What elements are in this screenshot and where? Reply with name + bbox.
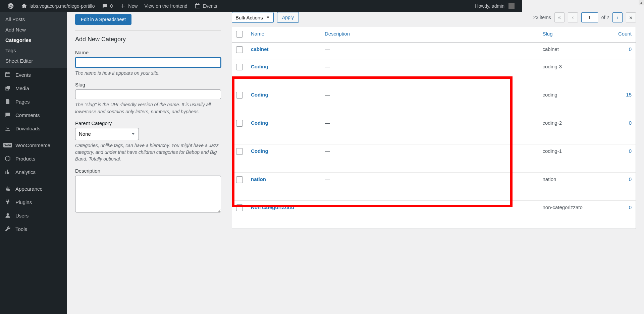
category-description: —	[325, 120, 330, 126]
category-name-link[interactable]: Coding	[251, 64, 268, 69]
pages-icon	[4, 98, 11, 105]
column-name[interactable]: Name	[247, 27, 321, 43]
row-checkbox[interactable]	[236, 46, 243, 53]
parent-category-select[interactable]: None	[75, 128, 139, 140]
posts-submenu-item[interactable]: All Posts	[0, 14, 67, 24]
analytics-icon	[4, 168, 11, 176]
name-input[interactable]	[75, 57, 221, 68]
category-name-link[interactable]: cabinet	[251, 46, 269, 52]
name-label: Name	[75, 50, 221, 55]
menu-analytics[interactable]: Analytics	[0, 165, 67, 179]
wp-logo-menu[interactable]	[4, 0, 17, 12]
plugins-icon	[4, 198, 11, 206]
table-row: nation—nation0	[232, 173, 522, 201]
category-description: —	[325, 46, 330, 52]
slug-input[interactable]	[75, 89, 221, 99]
site-home-link[interactable]: labs.vegacorp.me/diego-portillo	[17, 0, 98, 12]
row-checkbox[interactable]	[236, 176, 243, 183]
menu-woocommerce[interactable]: WooWooCommerce	[0, 138, 67, 152]
admin-sidebar: All PostsAdd NewCategoriesTagsSheet Edit…	[0, 12, 67, 254]
category-description: —	[325, 176, 330, 182]
frontend-label: View on the frontend	[144, 3, 187, 9]
page-body: Edit in a Spreadsheet Add New Category N…	[67, 12, 522, 254]
name-help: The name is how it appears on your site.	[75, 70, 221, 76]
posts-submenu-item[interactable]: Add New	[0, 24, 67, 35]
slug-help: The "slug" is the URL-friendly version o…	[75, 101, 221, 115]
category-description: —	[325, 92, 330, 98]
menu-plugins[interactable]: Plugins	[0, 195, 67, 209]
posts-submenu-item[interactable]: Sheet Editor	[0, 56, 67, 66]
table-row: cabinet—cabinet0	[232, 43, 522, 60]
parent-help: Categories, unlike tags, can have a hier…	[75, 142, 221, 163]
table-row: Coding—coding-20	[232, 116, 522, 144]
category-list-column: Bulk Actions Apply 23 items « ‹ of 2 › »	[232, 12, 522, 229]
products-icon	[4, 155, 11, 162]
category-name-link[interactable]: nation	[251, 176, 266, 182]
table-row: Coding—coding-10	[232, 144, 522, 173]
table-row: Non categorizzato—non-categorizzato0	[232, 201, 522, 229]
users-icon	[4, 212, 11, 219]
select-all-checkbox[interactable]	[236, 31, 243, 38]
category-description: —	[325, 148, 330, 154]
category-name-link[interactable]: Coding	[251, 120, 268, 126]
posts-submenu: All PostsAdd NewCategoriesTagsSheet Edit…	[0, 12, 67, 68]
column-description[interactable]: Description	[321, 27, 522, 43]
woocommerce-icon: Woo	[4, 141, 11, 149]
row-checkbox[interactable]	[236, 148, 243, 155]
comment-icon	[102, 3, 108, 9]
description-label: Description	[75, 168, 221, 174]
new-label: New	[128, 3, 138, 9]
avatar-icon	[508, 3, 515, 9]
view-frontend-link[interactable]: View on the frontend	[141, 0, 191, 12]
parent-category-label: Parent Category	[75, 120, 221, 126]
site-name: labs.vegacorp.me/diego-portillo	[30, 3, 95, 9]
category-name-link[interactable]: Non categorizzato	[251, 204, 294, 210]
downloads-icon	[4, 125, 11, 132]
comments-icon	[4, 111, 11, 119]
menu-media[interactable]: Media	[0, 81, 67, 95]
appearance-icon	[4, 185, 11, 192]
menu-appearance[interactable]: Appearance	[0, 182, 67, 195]
slug-label: Slug	[75, 82, 221, 87]
table-row: Coding—coding15	[232, 88, 522, 116]
category-name-link[interactable]: Coding	[251, 92, 268, 98]
row-checkbox[interactable]	[236, 92, 243, 99]
description-textarea[interactable]	[75, 176, 221, 212]
menu-downloads[interactable]: Downloads	[0, 122, 67, 135]
home-icon	[21, 3, 28, 9]
row-checkbox[interactable]	[236, 204, 243, 211]
plus-icon	[119, 3, 126, 9]
comments-link[interactable]: 0	[98, 0, 116, 12]
wordpress-logo-icon	[7, 3, 14, 9]
menu-users[interactable]: Users	[0, 209, 67, 222]
howdy-text: Howdy, admin	[475, 3, 504, 9]
media-icon	[4, 84, 11, 92]
category-name-link[interactable]: Coding	[251, 148, 268, 154]
events-link[interactable]: Events	[191, 0, 221, 12]
comments-count: 0	[110, 3, 113, 9]
menu-tools[interactable]: Tools	[0, 222, 67, 236]
add-category-heading: Add New Category	[75, 36, 221, 43]
table-row: Coding—coding-3	[232, 60, 522, 88]
calendar-icon	[194, 3, 201, 9]
new-content-link[interactable]: New	[116, 0, 141, 12]
category-description: —	[325, 64, 330, 69]
posts-submenu-item[interactable]: Categories	[0, 35, 67, 45]
menu-comments[interactable]: Comments	[0, 108, 67, 122]
bulk-actions-select[interactable]: Bulk Actions	[232, 12, 274, 23]
events-label: Events	[203, 3, 217, 9]
admin-bar: labs.vegacorp.me/diego-portillo 0 New Vi…	[0, 0, 522, 12]
menu-pages[interactable]: Pages	[0, 95, 67, 108]
category-description: —	[325, 204, 330, 210]
menu-events[interactable]: Events	[0, 68, 67, 81]
howdy-link[interactable]: Howdy, admin	[472, 0, 518, 12]
categories-table: Name Description Slug Count cabinet—cabi…	[232, 27, 522, 229]
events-icon	[4, 71, 11, 78]
row-checkbox[interactable]	[236, 120, 243, 127]
tools-icon	[4, 225, 11, 233]
menu-products[interactable]: Products	[0, 152, 67, 165]
posts-submenu-item[interactable]: Tags	[0, 45, 67, 56]
row-checkbox[interactable]	[236, 64, 243, 70]
apply-button[interactable]: Apply	[277, 12, 299, 23]
edit-spreadsheet-button[interactable]: Edit in a Spreadsheet	[75, 14, 131, 25]
